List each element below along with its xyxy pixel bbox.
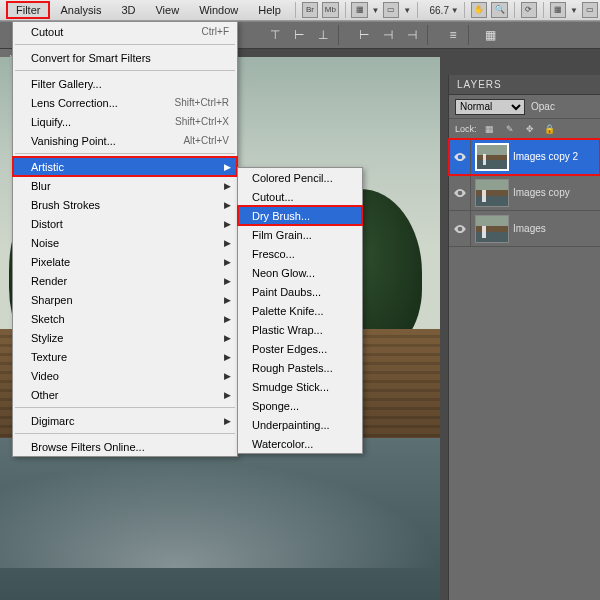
artistic-sponge[interactable]: Sponge...: [238, 396, 362, 415]
align-left-icon[interactable]: ⊢: [353, 25, 375, 45]
artistic-dry-brush[interactable]: Dry Brush...: [238, 206, 362, 225]
blend-mode-select[interactable]: Normal: [455, 99, 525, 115]
filter-browse-online[interactable]: Browse Filters Online...: [13, 437, 237, 456]
lock-position-icon[interactable]: ✥: [523, 122, 537, 136]
filter-gallery[interactable]: Filter Gallery...: [13, 74, 237, 93]
artistic-rough-pastels[interactable]: Rough Pastels...: [238, 358, 362, 377]
eye-icon: [453, 186, 467, 200]
menu-3d[interactable]: 3D: [111, 1, 145, 19]
filter-category-distort[interactable]: Distort▶: [13, 214, 237, 233]
artistic-paint-daubs[interactable]: Paint Daubs...: [238, 282, 362, 301]
align-top-icon[interactable]: ⊤: [264, 25, 286, 45]
menu-item-label: Artistic: [31, 161, 229, 173]
visibility-toggle[interactable]: [449, 175, 471, 210]
auto-align-icon[interactable]: ▦: [479, 25, 501, 45]
menu-view[interactable]: View: [145, 1, 189, 19]
menu-item-label: Smudge Stick...: [252, 381, 354, 393]
zoom-tool-icon[interactable]: 🔍: [491, 2, 507, 18]
align-hcenter-icon[interactable]: ⊣: [377, 25, 399, 45]
menu-item-label: Cutout: [31, 26, 188, 38]
layer-name[interactable]: Images: [513, 223, 600, 234]
artistic-fresco[interactable]: Fresco...: [238, 244, 362, 263]
menu-analysis[interactable]: Analysis: [50, 1, 111, 19]
filter-category-render[interactable]: Render▶: [13, 271, 237, 290]
layer-thumbnail[interactable]: [475, 179, 509, 207]
distribute-icon[interactable]: ≡: [442, 25, 464, 45]
menu-bar: Filter Analysis 3D View Window Help Br M…: [0, 0, 600, 21]
filter-lens-correction[interactable]: Lens Correction...Shift+Ctrl+R: [13, 93, 237, 112]
bridge-icon[interactable]: Br: [302, 2, 318, 18]
artistic-smudge-stick[interactable]: Smudge Stick...: [238, 377, 362, 396]
layer-row[interactable]: Images copy: [449, 175, 600, 211]
filter-digimarc[interactable]: Digimarc▶: [13, 411, 237, 430]
submenu-arrow-icon: ▶: [224, 276, 231, 286]
layer-thumbnail[interactable]: [475, 215, 509, 243]
menu-window[interactable]: Window: [189, 1, 248, 19]
menu-item-label: Digimarc: [31, 415, 229, 427]
layer-name[interactable]: Images copy: [513, 187, 600, 198]
artistic-plastic-wrap[interactable]: Plastic Wrap...: [238, 320, 362, 339]
layers-panel-tab[interactable]: LAYERS: [449, 75, 600, 95]
dropdown-arrow-icon[interactable]: ▼: [568, 3, 579, 17]
align-right-icon[interactable]: ⊣: [401, 25, 423, 45]
filter-category-sharpen[interactable]: Sharpen▶: [13, 290, 237, 309]
filter-category-other[interactable]: Other▶: [13, 385, 237, 404]
artistic-neon-glow[interactable]: Neon Glow...: [238, 263, 362, 282]
layer-row[interactable]: Images copy 2: [449, 139, 600, 175]
menu-item-label: Blur: [31, 180, 229, 192]
menu-item-label: Vanishing Point...: [31, 135, 169, 147]
menu-item-label: Film Grain...: [252, 229, 354, 241]
artistic-cutout[interactable]: Cutout...: [238, 187, 362, 206]
filter-category-sketch[interactable]: Sketch▶: [13, 309, 237, 328]
artistic-poster-edges[interactable]: Poster Edges...: [238, 339, 362, 358]
filter-liquify[interactable]: Liquify...Shift+Ctrl+X: [13, 112, 237, 131]
artistic-watercolor[interactable]: Watercolor...: [238, 434, 362, 453]
filter-category-blur[interactable]: Blur▶: [13, 176, 237, 195]
align-h-group: ⊢ ⊣ ⊣: [349, 25, 428, 45]
view-rulers-icon[interactable]: ▭: [383, 2, 399, 18]
hand-tool-icon[interactable]: ✋: [471, 2, 487, 18]
dropdown-arrow-icon[interactable]: ▼: [401, 3, 412, 17]
layer-row[interactable]: Images: [449, 211, 600, 247]
artistic-palette-knife[interactable]: Palette Knife...: [238, 301, 362, 320]
filter-last-used[interactable]: Cutout Ctrl+F: [13, 22, 237, 41]
filter-category-texture[interactable]: Texture▶: [13, 347, 237, 366]
minibridge-icon[interactable]: Mb: [322, 2, 338, 18]
menu-help[interactable]: Help: [248, 1, 291, 19]
dropdown-arrow-icon[interactable]: ▼: [370, 3, 381, 17]
filter-category-brush-strokes[interactable]: Brush Strokes▶: [13, 195, 237, 214]
view-extras-icon[interactable]: ▦: [351, 2, 367, 18]
rotate-view-icon[interactable]: ⟳: [521, 2, 537, 18]
artistic-colored-pencil[interactable]: Colored Pencil...: [238, 168, 362, 187]
menu-shortcut: Ctrl+F: [188, 26, 230, 37]
visibility-toggle[interactable]: [449, 211, 471, 246]
screen-mode-icon[interactable]: ▭: [582, 2, 598, 18]
menu-item-label: Brush Strokes: [31, 199, 229, 211]
dropdown-arrow-icon[interactable]: ▼: [449, 3, 460, 17]
visibility-toggle[interactable]: [449, 139, 471, 174]
lock-all-icon[interactable]: 🔒: [543, 122, 557, 136]
layer-thumbnail[interactable]: [475, 143, 509, 171]
align-bottom-icon[interactable]: ⊥: [312, 25, 334, 45]
filter-category-video[interactable]: Video▶: [13, 366, 237, 385]
filter-vanishing-point[interactable]: Vanishing Point...Alt+Ctrl+V: [13, 131, 237, 150]
filter-category-pixelate[interactable]: Pixelate▶: [13, 252, 237, 271]
separator: [543, 2, 544, 18]
menu-filter[interactable]: Filter: [6, 1, 50, 19]
artistic-underpainting[interactable]: Underpainting...: [238, 415, 362, 434]
zoom-level[interactable]: 66.7: [430, 5, 449, 16]
filter-category-stylize[interactable]: Stylize▶: [13, 328, 237, 347]
lock-pixels-icon[interactable]: ✎: [503, 122, 517, 136]
filter-convert-smart[interactable]: Convert for Smart Filters: [13, 48, 237, 67]
filter-category-noise[interactable]: Noise▶: [13, 233, 237, 252]
layer-name[interactable]: Images copy 2: [513, 151, 600, 162]
filter-category-artistic[interactable]: Artistic▶: [13, 157, 237, 176]
artistic-film-grain[interactable]: Film Grain...: [238, 225, 362, 244]
menu-item-label: Colored Pencil...: [252, 172, 354, 184]
layers-lock-row: Lock: ▦ ✎ ✥ 🔒: [449, 119, 600, 139]
lock-transparency-icon[interactable]: ▦: [483, 122, 497, 136]
menu-item-label: Texture: [31, 351, 229, 363]
arrange-docs-icon[interactable]: ▦: [550, 2, 566, 18]
align-vcenter-icon[interactable]: ⊢: [288, 25, 310, 45]
eye-icon: [453, 150, 467, 164]
